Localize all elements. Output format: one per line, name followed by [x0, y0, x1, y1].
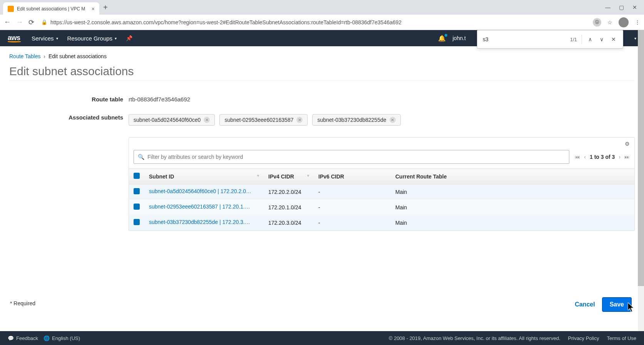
find-close-button[interactable]: ✕ — [610, 35, 617, 44]
pagination: ⏮ ‹ 1 to 3 of 3 › ⏭ — [575, 154, 630, 160]
settings-gear-icon[interactable]: ⚙ — [625, 141, 630, 147]
subnets-table: Subnet ID▾ IPv4 CIDR▾ IPv6 CIDR Current … — [129, 168, 634, 231]
tab-title: Edit subnet associations | VPC M — [17, 6, 89, 12]
remove-tag-icon[interactable]: ✕ — [390, 117, 396, 123]
window-controls: ― ▢ ✕ — [605, 4, 644, 10]
maximize-icon[interactable]: ▢ — [619, 4, 624, 10]
cell-ipv4: 172.20.3.0/24 — [264, 215, 314, 231]
page-first-icon[interactable]: ⏮ — [575, 154, 580, 160]
table-row[interactable]: subnet-0a5d0245640f60ce0 | 172.20.2.0… 1… — [129, 184, 634, 200]
breadcrumb-root-link[interactable]: Route Tables — [9, 53, 40, 59]
breadcrumb: Route Tables › Edit subnet associations — [9, 53, 635, 59]
search-icon: 🔍 — [138, 154, 144, 160]
associated-subnets-label: Associated subnets — [9, 114, 129, 126]
find-next-button[interactable]: ∨ — [598, 35, 605, 44]
subnet-link[interactable]: subnet-0a5d0245640f60ce0 | 172.20.2.0… — [149, 188, 251, 194]
chrome-menu-icon[interactable]: ⋮ — [635, 19, 640, 25]
browser-chrome: Edit subnet associations | VPC M × + ― ▢… — [0, 0, 644, 30]
subnets-table-panel: ⚙ 🔍 ⏮ ‹ 1 to 3 of 3 › ⏭ Subnet ID▾ IPv4 … — [129, 137, 635, 231]
url-text: https://us-west-2.console.aws.amazon.com… — [50, 19, 401, 25]
find-count: 1/1 — [570, 37, 577, 42]
vertical-scrollbar[interactable] — [638, 30, 644, 331]
route-table-value: rtb-08836df7e3546a692 — [129, 96, 635, 103]
select-all-checkbox[interactable] — [134, 173, 140, 179]
subnet-tag: subnet-02953eee602163587 ✕ — [219, 114, 308, 126]
minimize-icon[interactable]: ― — [605, 4, 611, 10]
speech-bubble-icon: 💬 — [8, 335, 14, 341]
find-input[interactable] — [483, 36, 565, 42]
breadcrumb-current: Edit subnet associations — [49, 53, 107, 59]
col-current-route-table[interactable]: Current Route Table — [391, 169, 634, 184]
feedback-link[interactable]: 💬 Feedback — [8, 335, 38, 341]
remove-tag-icon[interactable]: ✕ — [296, 117, 303, 123]
find-prev-button[interactable]: ∧ — [587, 35, 594, 44]
col-subnet-id[interactable]: Subnet ID▾ — [144, 169, 264, 184]
profile-avatar-icon[interactable] — [619, 17, 629, 27]
required-note: * Required — [10, 300, 35, 306]
remove-tag-icon[interactable]: ✕ — [204, 117, 210, 123]
language-selector[interactable]: 🌐 English (US) — [43, 335, 80, 341]
subnet-link[interactable]: subnet-03b37230db82255de | 172.20.3.… — [149, 219, 250, 225]
filter-input[interactable] — [147, 154, 565, 160]
cell-ipv4: 172.20.2.0/24 — [264, 184, 314, 200]
page-last-icon[interactable]: ⏭ — [624, 154, 630, 160]
table-row[interactable]: subnet-02953eee602163587 | 172.20.1.… 17… — [129, 200, 634, 215]
tab-strip: Edit subnet associations | VPC M × + ― ▢… — [0, 0, 644, 15]
page-title: Edit subnet associations — [9, 65, 635, 81]
cancel-button[interactable]: Cancel — [575, 301, 595, 308]
resource-groups-menu[interactable]: Resource Groups ▾ — [67, 35, 117, 42]
cell-ipv6: - — [314, 215, 391, 231]
col-ipv6-cidr[interactable]: IPv6 CIDR — [314, 169, 391, 184]
account-menu[interactable]: john.t — [453, 35, 466, 41]
chevron-down-icon[interactable]: ▾ — [634, 36, 636, 40]
subnet-tag: subnet-03b37230db82255de ✕ — [312, 114, 400, 126]
close-window-icon[interactable]: ✕ — [632, 4, 637, 10]
chevron-down-icon: ▾ — [115, 36, 117, 40]
row-checkbox[interactable] — [134, 219, 140, 225]
page-next-icon[interactable]: › — [619, 154, 621, 160]
subnet-tag: subnet-0a5d0245640f60ce0 ✕ — [129, 114, 215, 126]
sort-icon: ▾ — [307, 173, 309, 178]
cell-ipv6: - — [314, 200, 391, 215]
new-tab-button[interactable]: + — [103, 3, 108, 12]
pin-icon[interactable]: 📌 — [126, 35, 132, 41]
row-checkbox[interactable] — [134, 204, 140, 210]
address-bar[interactable]: 🔒 https://us-west-2.console.aws.amazon.c… — [40, 18, 587, 27]
form-actions: Cancel Save — [575, 297, 632, 312]
terms-of-use-link[interactable]: Terms of Use — [607, 335, 636, 341]
copyright-text: © 2008 - 2019, Amazon Web Services, Inc.… — [389, 335, 560, 341]
notifications-icon[interactable]: 🔔 — [438, 35, 446, 42]
cell-ipv6: - — [314, 184, 391, 200]
cell-ipv4: 172.20.1.0/24 — [264, 200, 314, 215]
services-menu[interactable]: Services ▾ — [32, 35, 58, 42]
browser-tab[interactable]: Edit subnet associations | VPC M × — [3, 2, 99, 15]
row-checkbox[interactable] — [134, 188, 140, 194]
cell-route-table: Main — [391, 184, 634, 200]
pagination-text: 1 to 3 of 3 — [590, 154, 615, 160]
browser-toolbar: ← → ⟳ 🔒 https://us-west-2.console.aws.am… — [0, 15, 644, 30]
page-prev-icon[interactable]: ‹ — [584, 154, 586, 160]
save-button[interactable]: Save — [602, 297, 632, 312]
privacy-policy-link[interactable]: Privacy Policy — [568, 335, 599, 341]
globe-icon: 🌐 — [43, 335, 50, 341]
cell-route-table: Main — [391, 215, 634, 231]
forward-button[interactable]: → — [16, 18, 23, 26]
find-on-page-icon[interactable]: ⦿ — [593, 18, 601, 27]
main-content: Route Tables › Edit subnet associations … — [0, 46, 644, 238]
reload-button[interactable]: ⟳ — [28, 18, 34, 27]
chevron-down-icon: ▾ — [56, 36, 58, 40]
cell-route-table: Main — [391, 200, 634, 215]
table-row[interactable]: subnet-03b37230db82255de | 172.20.3.… 17… — [129, 215, 634, 231]
sort-icon: ▾ — [257, 173, 259, 178]
filter-search-box[interactable]: 🔍 — [134, 150, 569, 164]
lock-icon: 🔒 — [41, 19, 47, 25]
aws-logo[interactable]: aws — [8, 34, 21, 42]
aws-footer: 💬 Feedback 🌐 English (US) © 2008 - 2019,… — [0, 331, 644, 345]
associated-subnets-tags: subnet-0a5d0245640f60ce0 ✕ subnet-02953e… — [129, 114, 635, 126]
col-ipv4-cidr[interactable]: IPv4 CIDR▾ — [264, 169, 314, 184]
back-button[interactable]: ← — [4, 18, 11, 26]
subnet-link[interactable]: subnet-02953eee602163587 | 172.20.1.… — [149, 204, 250, 210]
tab-close-icon[interactable]: × — [92, 6, 95, 12]
aws-favicon-icon — [8, 6, 14, 12]
star-icon[interactable]: ☆ — [607, 19, 612, 25]
